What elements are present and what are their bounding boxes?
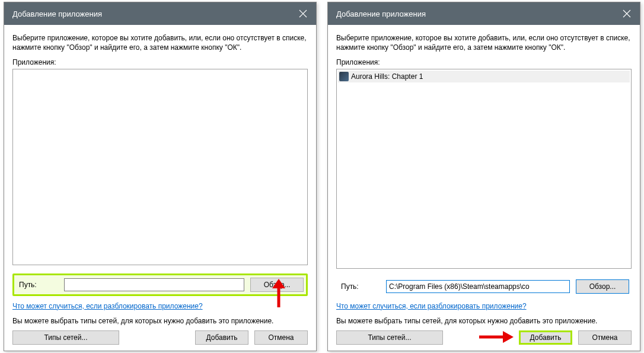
- titlebar: Добавление приложения: [328, 2, 640, 25]
- dialog-title: Добавление приложения: [12, 9, 290, 18]
- add-app-dialog-left: Добавление приложения Выберите приложени…: [4, 2, 317, 351]
- apps-label: Приложения:: [336, 58, 632, 66]
- path-row: Путь: Обзор...: [336, 277, 632, 296]
- apps-listbox[interactable]: [12, 69, 308, 265]
- apps-label: Приложения:: [12, 58, 308, 66]
- list-item[interactable]: Aurora Hills: Chapter 1: [338, 71, 630, 82]
- add-button[interactable]: Добавить: [519, 330, 572, 345]
- list-item-label: Aurora Hills: Chapter 1: [351, 72, 423, 81]
- network-info-text: Вы можете выбрать типы сетей, для которы…: [12, 316, 308, 326]
- network-types-button[interactable]: Типы сетей...: [12, 330, 119, 345]
- bottom-button-row: Типы сетей... Добавить Отмена: [336, 330, 632, 345]
- close-button[interactable]: [614, 2, 640, 25]
- close-icon: [623, 9, 631, 18]
- app-icon: [339, 72, 349, 81]
- intro-text: Выберите приложение, которое вы хотите д…: [336, 33, 632, 52]
- add-button[interactable]: Добавить: [195, 330, 248, 345]
- dialog-body: Выберите приложение, которое вы хотите д…: [4, 25, 316, 351]
- cancel-button[interactable]: Отмена: [254, 330, 308, 345]
- network-types-button[interactable]: Типы сетей...: [336, 330, 443, 345]
- network-info-text: Вы можете выбрать типы сетей, для которы…: [336, 316, 632, 326]
- apps-listbox[interactable]: Aurora Hills: Chapter 1: [336, 69, 632, 268]
- path-input[interactable]: [64, 278, 244, 291]
- intro-text: Выберите приложение, которое вы хотите д…: [12, 33, 308, 52]
- dialog-title: Добавление приложения: [336, 9, 614, 18]
- path-label: Путь:: [339, 282, 386, 291]
- dialog-body: Выберите приложение, которое вы хотите д…: [328, 25, 640, 351]
- path-input[interactable]: [386, 280, 570, 293]
- close-button[interactable]: [290, 2, 316, 25]
- browse-button[interactable]: Обзор...: [250, 278, 304, 292]
- titlebar: Добавление приложения: [4, 2, 316, 25]
- unblock-info-link[interactable]: Что может случиться, если разблокировать…: [336, 302, 632, 310]
- bottom-button-row: Типы сетей... Добавить Отмена: [12, 330, 308, 345]
- path-label: Путь:: [17, 281, 64, 289]
- add-app-dialog-right: Добавление приложения Выберите приложени…: [327, 2, 640, 351]
- cancel-button[interactable]: Отмена: [578, 330, 632, 345]
- unblock-info-link[interactable]: Что может случиться, если разблокировать…: [12, 302, 308, 310]
- browse-button[interactable]: Обзор...: [576, 279, 629, 294]
- close-icon: [299, 9, 307, 18]
- path-row: Путь: Обзор...: [12, 274, 308, 296]
